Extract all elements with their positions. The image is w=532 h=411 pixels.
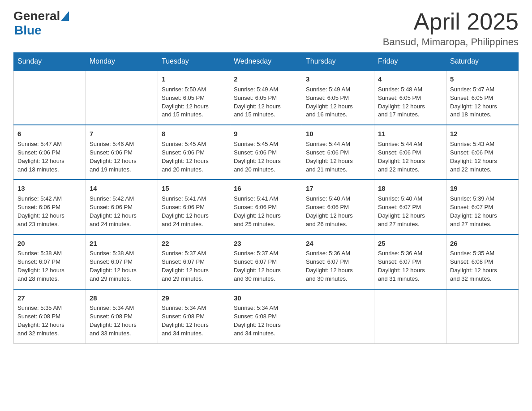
day-number: 19: [450, 184, 515, 193]
day-info: Daylight: 12 hours: [17, 212, 82, 220]
day-info: Sunset: 6:05 PM: [162, 94, 226, 103]
logo-general-text: General: [13, 9, 60, 23]
weekday-header-wednesday: Wednesday: [230, 53, 302, 71]
day-info: Daylight: 12 hours: [378, 212, 442, 220]
calendar-cell: [446, 289, 519, 344]
day-info: Sunrise: 5:42 AM: [90, 195, 154, 203]
day-number: 28: [90, 293, 154, 303]
day-info: Sunrise: 5:49 AM: [234, 86, 298, 94]
day-info: Sunrise: 5:48 AM: [378, 86, 442, 94]
calendar-cell: 1Sunrise: 5:50 AMSunset: 6:05 PMDaylight…: [158, 70, 230, 125]
day-info: Sunset: 6:06 PM: [234, 203, 298, 212]
day-number: 3: [306, 74, 370, 84]
day-info: Sunrise: 5:35 AM: [450, 249, 515, 258]
day-info: Daylight: 12 hours: [90, 157, 154, 166]
day-info: and 21 minutes.: [306, 166, 370, 174]
day-info: and 20 minutes.: [234, 166, 298, 174]
day-info: and 27 minutes.: [450, 220, 515, 229]
day-info: Daylight: 12 hours: [17, 266, 82, 275]
day-number: 1: [162, 74, 226, 84]
day-info: and 30 minutes.: [306, 275, 370, 283]
day-info: Daylight: 12 hours: [17, 157, 82, 166]
weekday-header-monday: Monday: [86, 53, 158, 71]
day-number: 25: [378, 239, 442, 248]
day-info: Daylight: 12 hours: [17, 321, 82, 330]
day-info: Sunrise: 5:35 AM: [17, 304, 82, 313]
day-number: 12: [450, 129, 515, 139]
day-info: Daylight: 12 hours: [234, 103, 298, 111]
week-row-2: 6Sunrise: 5:47 AMSunset: 6:06 PMDaylight…: [14, 125, 519, 180]
day-info: Sunrise: 5:34 AM: [234, 304, 298, 313]
calendar-cell: 5Sunrise: 5:47 AMSunset: 6:05 PMDaylight…: [446, 70, 519, 125]
day-info: Sunset: 6:08 PM: [234, 313, 298, 321]
calendar-cell: 17Sunrise: 5:40 AMSunset: 6:06 PMDayligh…: [302, 180, 374, 234]
day-info: Sunset: 6:05 PM: [306, 94, 370, 103]
day-number: 22: [162, 239, 226, 248]
calendar-cell: 19Sunrise: 5:39 AMSunset: 6:07 PMDayligh…: [446, 180, 519, 234]
week-row-5: 27Sunrise: 5:35 AMSunset: 6:08 PMDayligh…: [14, 289, 519, 344]
day-number: 23: [234, 239, 298, 248]
calendar-cell: 27Sunrise: 5:35 AMSunset: 6:08 PMDayligh…: [14, 289, 86, 344]
day-info: Sunrise: 5:40 AM: [378, 195, 442, 203]
calendar-cell: 10Sunrise: 5:44 AMSunset: 6:06 PMDayligh…: [302, 125, 374, 180]
day-info: Sunrise: 5:41 AM: [234, 195, 298, 203]
day-info: Sunrise: 5:50 AM: [162, 86, 226, 94]
day-info: Daylight: 12 hours: [234, 212, 298, 220]
week-row-4: 20Sunrise: 5:38 AMSunset: 6:07 PMDayligh…: [14, 235, 519, 289]
day-number: 13: [17, 184, 82, 193]
day-info: Sunrise: 5:38 AM: [90, 249, 154, 258]
title-section: April 2025 Bansud, Mimaropa, Philippines: [383, 9, 519, 48]
logo-triangle-icon: [61, 11, 69, 21]
day-info: Daylight: 12 hours: [90, 212, 154, 220]
calendar-cell: [86, 70, 158, 125]
day-info: Daylight: 12 hours: [162, 321, 226, 330]
day-number: 6: [17, 129, 82, 139]
day-info: and 32 minutes.: [450, 275, 515, 283]
day-number: 14: [90, 184, 154, 193]
day-info: Sunset: 6:06 PM: [234, 149, 298, 157]
day-info: Sunrise: 5:44 AM: [306, 140, 370, 149]
svg-marker-0: [61, 11, 69, 21]
day-info: and 34 minutes.: [162, 330, 226, 338]
calendar-cell: 30Sunrise: 5:34 AMSunset: 6:08 PMDayligh…: [230, 289, 302, 344]
calendar-cell: 9Sunrise: 5:45 AMSunset: 6:06 PMDaylight…: [230, 125, 302, 180]
day-info: and 18 minutes.: [450, 111, 515, 119]
day-info: and 22 minutes.: [450, 166, 515, 174]
calendar-cell: 14Sunrise: 5:42 AMSunset: 6:06 PMDayligh…: [86, 180, 158, 234]
month-title: April 2025: [383, 9, 519, 34]
day-info: Daylight: 12 hours: [234, 266, 298, 275]
day-number: 16: [234, 184, 298, 193]
day-info: Sunrise: 5:40 AM: [306, 195, 370, 203]
day-info: and 31 minutes.: [378, 275, 442, 283]
day-number: 26: [450, 239, 515, 248]
day-info: Sunset: 6:07 PM: [378, 258, 442, 266]
calendar-cell: 12Sunrise: 5:43 AMSunset: 6:06 PMDayligh…: [446, 125, 519, 180]
calendar-cell: 2Sunrise: 5:49 AMSunset: 6:05 PMDaylight…: [230, 70, 302, 125]
calendar-cell: 13Sunrise: 5:42 AMSunset: 6:06 PMDayligh…: [14, 180, 86, 234]
day-number: 5: [450, 74, 515, 84]
calendar-cell: 18Sunrise: 5:40 AMSunset: 6:07 PMDayligh…: [374, 180, 446, 234]
day-info: Sunset: 6:07 PM: [450, 203, 515, 212]
day-info: Sunset: 6:06 PM: [162, 203, 226, 212]
day-number: 20: [17, 239, 82, 248]
day-number: 2: [234, 74, 298, 84]
day-info: Sunset: 6:06 PM: [90, 149, 154, 157]
day-info: and 29 minutes.: [90, 275, 154, 283]
day-info: Sunset: 6:08 PM: [90, 313, 154, 321]
week-row-1: 1Sunrise: 5:50 AMSunset: 6:05 PMDaylight…: [14, 70, 519, 125]
day-info: Daylight: 12 hours: [306, 103, 370, 111]
day-info: Sunrise: 5:38 AM: [17, 249, 82, 258]
day-info: Daylight: 12 hours: [378, 266, 442, 275]
calendar-cell: 8Sunrise: 5:45 AMSunset: 6:06 PMDaylight…: [158, 125, 230, 180]
day-info: Sunrise: 5:34 AM: [90, 304, 154, 313]
day-info: Sunrise: 5:43 AM: [450, 140, 515, 149]
day-info: Sunrise: 5:47 AM: [17, 140, 82, 149]
day-info: Daylight: 12 hours: [306, 212, 370, 220]
calendar-cell: 20Sunrise: 5:38 AMSunset: 6:07 PMDayligh…: [14, 235, 86, 289]
calendar-cell: 22Sunrise: 5:37 AMSunset: 6:07 PMDayligh…: [158, 235, 230, 289]
day-info: and 30 minutes.: [234, 275, 298, 283]
day-info: Sunset: 6:06 PM: [17, 203, 82, 212]
calendar-cell: 6Sunrise: 5:47 AMSunset: 6:06 PMDaylight…: [14, 125, 86, 180]
calendar-cell: 26Sunrise: 5:35 AMSunset: 6:08 PMDayligh…: [446, 235, 519, 289]
day-info: and 32 minutes.: [17, 330, 82, 338]
